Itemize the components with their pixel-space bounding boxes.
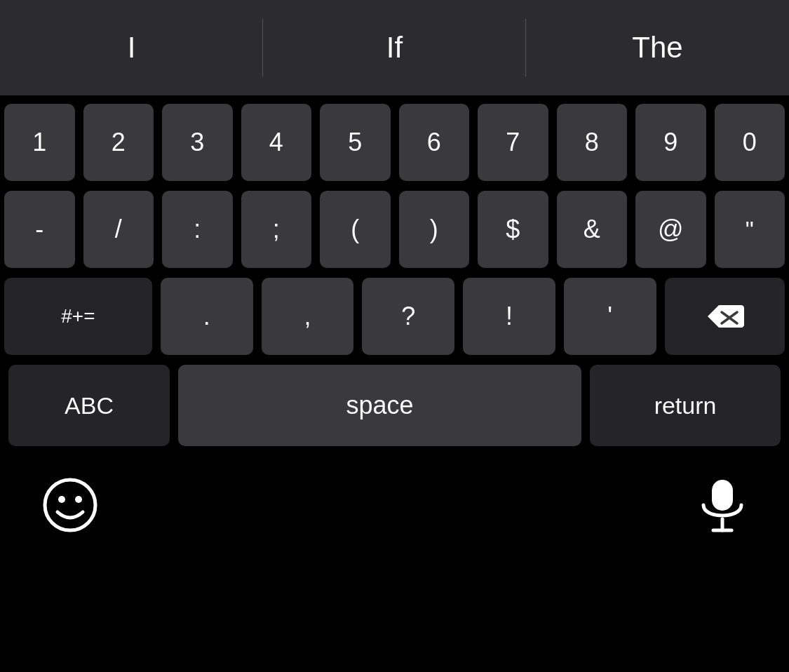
autocomplete-item-If[interactable]: If xyxy=(263,0,526,95)
autocomplete-label-If: If xyxy=(386,31,403,65)
key-5[interactable]: 5 xyxy=(320,104,391,181)
key-9[interactable]: 9 xyxy=(635,104,706,181)
punctuation-row: #+= . , ? ! ' xyxy=(4,278,785,355)
svg-point-4 xyxy=(75,496,82,503)
key-3[interactable]: 3 xyxy=(162,104,233,181)
key-2[interactable]: 2 xyxy=(83,104,154,181)
autocomplete-bar: I If The xyxy=(0,0,789,95)
key-0[interactable]: 0 xyxy=(715,104,785,181)
key-7[interactable]: 7 xyxy=(478,104,548,181)
svg-rect-5 xyxy=(712,480,733,511)
key-ampersand[interactable]: & xyxy=(557,191,628,268)
return-button[interactable]: return xyxy=(590,365,781,446)
key-apostrophe[interactable]: ' xyxy=(564,278,656,355)
number-row: 1 2 3 4 5 6 7 8 9 0 xyxy=(4,104,785,181)
space-label: space xyxy=(346,391,414,420)
autocomplete-item-The[interactable]: The xyxy=(526,0,789,95)
key-semicolon[interactable]: ; xyxy=(241,191,312,268)
key-exclamation[interactable]: ! xyxy=(463,278,555,355)
autocomplete-item-I[interactable]: I xyxy=(0,0,263,95)
svg-point-2 xyxy=(45,480,95,530)
svg-point-3 xyxy=(58,496,65,503)
return-label: return xyxy=(654,392,717,419)
space-button[interactable]: space xyxy=(178,365,581,446)
key-open-paren[interactable]: ( xyxy=(320,191,391,268)
key-period[interactable]: . xyxy=(161,278,253,355)
bottom-row: ABC space return xyxy=(4,365,785,446)
key-quote[interactable]: " xyxy=(715,191,785,268)
key-dollar[interactable]: $ xyxy=(478,191,548,268)
key-colon[interactable]: : xyxy=(162,191,233,268)
key-4[interactable]: 4 xyxy=(241,104,312,181)
microphone-button[interactable] xyxy=(698,477,747,536)
emoji-icon xyxy=(42,477,98,533)
key-6[interactable]: 6 xyxy=(399,104,470,181)
footer-bar xyxy=(0,463,789,550)
key-at[interactable]: @ xyxy=(635,191,706,268)
microphone-icon xyxy=(698,477,747,533)
key-minus[interactable]: - xyxy=(4,191,75,268)
key-question[interactable]: ? xyxy=(362,278,454,355)
autocomplete-label-I: I xyxy=(128,31,136,65)
key-comma[interactable]: , xyxy=(262,278,354,355)
key-slash[interactable]: / xyxy=(83,191,154,268)
key-8[interactable]: 8 xyxy=(557,104,628,181)
keyboard: 1 2 3 4 5 6 7 8 9 0 - / : ; ( ) $ & @ " … xyxy=(0,95,789,446)
key-hash-plus-eq[interactable]: #+= xyxy=(4,278,152,355)
abc-button[interactable]: ABC xyxy=(8,365,170,446)
autocomplete-label-The: The xyxy=(632,31,682,65)
key-close-paren[interactable]: ) xyxy=(399,191,470,268)
abc-label: ABC xyxy=(65,392,114,419)
emoji-button[interactable] xyxy=(42,477,98,536)
symbol-row: - / : ; ( ) $ & @ " xyxy=(4,191,785,268)
delete-key[interactable] xyxy=(665,278,785,355)
key-1[interactable]: 1 xyxy=(4,104,75,181)
delete-icon xyxy=(705,302,744,330)
